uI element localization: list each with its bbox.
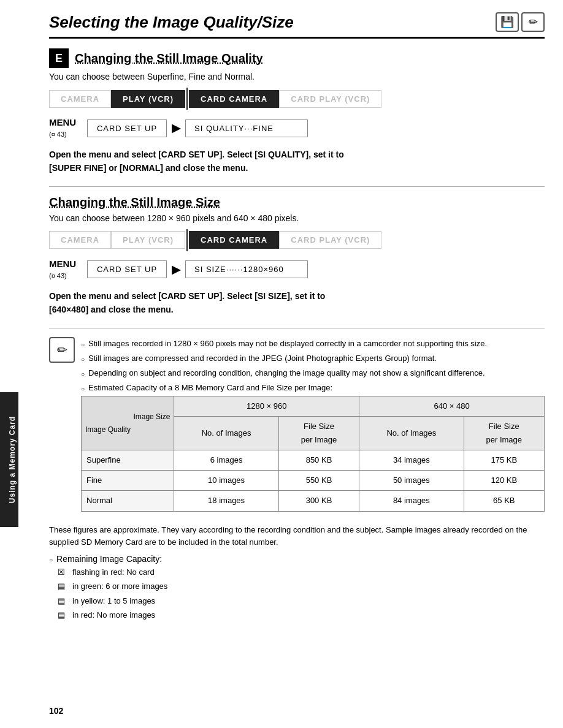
btn-card-play-2[interactable]: CARD PLAY (VCR) xyxy=(279,231,381,249)
quality-cell: Normal xyxy=(82,491,174,511)
remaining-title: Remaining Image Capacity: xyxy=(56,554,162,564)
section1-buttons: CAMERA PLAY (VCR) CARD CAMERA CARD PLAY … xyxy=(49,88,545,110)
menu-label-2: MENU (¤ 43) xyxy=(49,259,82,281)
images-1280-cell: 6 images xyxy=(174,450,278,471)
menu-label-text-1: MENU (¤ 43) xyxy=(49,117,82,139)
btn-card-camera-2[interactable]: CARD CAMERA xyxy=(189,231,279,249)
table-row: Superfine 6 images 850 KB 34 images 175 … xyxy=(82,450,545,471)
remaining-capacity-heading: ○ Remaining Image Capacity: xyxy=(49,554,545,564)
divider-2 xyxy=(49,328,545,328)
images-1280-cell: 18 images xyxy=(174,491,278,511)
sidebar-label-container: Using a Memory Card xyxy=(6,392,18,527)
bullet-2: ○ xyxy=(81,354,85,365)
notes-box: ✏ ○ Still images recorded in 1280 × 960 … xyxy=(49,337,545,518)
remaining-text: flashing in red: No card xyxy=(72,565,155,579)
page-header: Selecting the Image Quality/Size 💾 ✏ xyxy=(49,12,545,39)
camera-icon: ✏ xyxy=(521,12,545,32)
remaining-icon: ☒ xyxy=(55,565,67,579)
remaining-item: ▤in green: 6 or more images xyxy=(55,579,545,593)
bullet-1: ○ xyxy=(81,339,85,350)
section1-heading: E Changing the Still Image Quality xyxy=(49,48,545,68)
section1-title: Changing the Still Image Quality xyxy=(75,51,263,66)
btn-camera-1[interactable]: CAMERA xyxy=(49,90,111,108)
page-title: Selecting the Image Quality/Size xyxy=(49,13,294,32)
remaining-icon: ▤ xyxy=(55,608,67,622)
btn-separator-1 xyxy=(186,88,188,110)
section-letter: E xyxy=(49,48,69,68)
note-item-2: ○ Still images are compressed and record… xyxy=(81,352,545,365)
size-640-cell: 65 KB xyxy=(464,491,544,511)
note-text-4: Estimated Capacity of a 8 MB Memory Card… xyxy=(88,381,332,395)
menu-value-2: SI SIZE······1280×960 xyxy=(185,260,308,278)
size-640-cell: 120 KB xyxy=(464,471,544,491)
quality-cell: Fine xyxy=(82,471,174,491)
quality-cell: Superfine xyxy=(82,450,174,471)
memory-card-icon: 💾 xyxy=(496,12,519,32)
remaining-list: ☒flashing in red: No card▤in green: 6 or… xyxy=(55,565,545,623)
section1-subtitle: You can choose between Superfine, Fine a… xyxy=(49,72,545,82)
images-640-cell: 34 images xyxy=(359,450,464,471)
note-text-2: Still images are compressed and recorded… xyxy=(88,352,437,365)
remaining-icon: ▤ xyxy=(55,579,67,593)
note-text-3: Depending on subject and recording condi… xyxy=(88,366,485,380)
bullet-3: ○ xyxy=(81,369,85,379)
btn-card-camera-1[interactable]: CARD CAMERA xyxy=(189,90,279,108)
menu-ref-1: (¤ 43) xyxy=(49,131,67,138)
images-640-cell: 84 images xyxy=(359,491,464,511)
table-image-quality-label: Image Quality xyxy=(85,423,170,436)
table-image-size-label: Image Size xyxy=(85,411,170,423)
size-1280-cell: 550 KB xyxy=(278,471,359,491)
section2-instruction: Open the menu and select [CARD SET UP]. … xyxy=(49,289,545,317)
section2-heading: Changing the Still Image Size xyxy=(49,195,545,210)
sidebar-label: Using a Memory Card xyxy=(8,416,17,503)
menu-value-1: SI QUALITY···FINE xyxy=(185,119,308,137)
page-number: 102 xyxy=(49,706,63,716)
section2-buttons: CAMERA PLAY (VCR) CARD CAMERA CARD PLAY … xyxy=(49,229,545,251)
header-icons: 💾 ✏ xyxy=(496,12,545,32)
remaining-item: ☒flashing in red: No card xyxy=(55,565,545,579)
sub-col-size-1: File Size per Image xyxy=(278,417,359,450)
note-icon: ✏ xyxy=(49,337,75,363)
images-1280-cell: 10 images xyxy=(174,471,278,491)
sub-col-images-1: No. of Images xyxy=(174,417,278,450)
table-col-640: 640 × 480 xyxy=(359,396,545,416)
remaining-icon: ▤ xyxy=(55,594,67,608)
btn-play-vcr-1[interactable]: PLAY (VCR) xyxy=(111,90,185,108)
sidebar: Using a Memory Card xyxy=(0,0,49,728)
btn-separator-2 xyxy=(186,229,188,251)
section1-instruction: Open the menu and select [CARD SET UP]. … xyxy=(49,148,545,175)
section2-title: Changing the Still Image Size xyxy=(49,195,220,210)
remaining-text: in green: 6 or more images xyxy=(72,579,167,593)
table-col-1280: 1280 × 960 xyxy=(174,396,359,416)
remaining-text: in yellow: 1 to 5 images xyxy=(72,594,155,608)
table-row: Fine 10 images 550 KB 50 images 120 KB xyxy=(82,471,545,491)
bullet-remaining: ○ xyxy=(49,556,53,563)
menu-label-1: MENU (¤ 43) xyxy=(49,117,82,139)
note-text-1: Still images recorded in 1280 × 960 pixe… xyxy=(88,337,487,351)
btn-card-play-1[interactable]: CARD PLAY (VCR) xyxy=(279,90,381,108)
size-640-cell: 175 KB xyxy=(464,450,544,471)
section2-subtitle: You can choose between 1280 × 960 pixels… xyxy=(49,213,545,223)
btn-play-vcr-2[interactable]: PLAY (VCR) xyxy=(111,231,185,249)
section2-menu-row: MENU (¤ 43) CARD SET UP ▶ SI SIZE······1… xyxy=(49,259,545,281)
remaining-text: in red: No more images xyxy=(72,608,155,622)
remaining-item: ▤in red: No more images xyxy=(55,608,545,622)
page: Using a Memory Card Selecting the Image … xyxy=(0,0,563,728)
btn-camera-2[interactable]: CAMERA xyxy=(49,231,111,249)
size-1280-cell: 300 KB xyxy=(278,491,359,511)
size-1280-cell: 850 KB xyxy=(278,450,359,471)
menu-label-text-2: MENU (¤ 43) xyxy=(49,259,82,281)
note-item-1: ○ Still images recorded in 1280 × 960 pi… xyxy=(81,337,545,351)
images-640-cell: 50 images xyxy=(359,471,464,491)
menu-arrow-2: ▶ xyxy=(172,263,180,276)
section1-menu-row: MENU (¤ 43) CARD SET UP ▶ SI QUALITY···F… xyxy=(49,117,545,139)
sub-col-images-2: No. of Images xyxy=(359,417,464,450)
table-row: Normal 18 images 300 KB 84 images 65 KB xyxy=(82,491,545,511)
main-content: Selecting the Image Quality/Size 💾 ✏ E C… xyxy=(49,0,545,623)
divider-1 xyxy=(49,186,545,187)
capacity-table: Image Size Image Quality 1280 × 960 640 … xyxy=(81,396,545,512)
table-diagonal-header: Image Size Image Quality xyxy=(82,396,174,450)
note-item-4: ○ Estimated Capacity of a 8 MB Memory Ca… xyxy=(81,381,545,395)
menu-ref-2: (¤ 43) xyxy=(49,272,67,279)
sub-col-size-2: File Size per Image xyxy=(464,417,544,450)
